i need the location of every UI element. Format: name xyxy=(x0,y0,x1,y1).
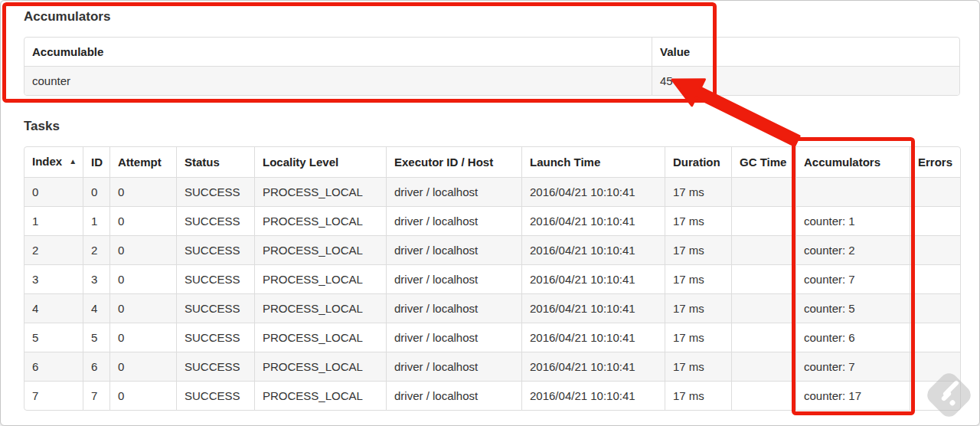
table-cell: SUCCESS xyxy=(176,206,254,235)
table-cell: PROCESS_LOCAL xyxy=(254,352,386,381)
table-cell: 2016/04/21 10:10:41 xyxy=(521,264,665,293)
table-cell: 0 xyxy=(109,293,176,323)
table-cell: counter: 5 xyxy=(795,293,910,323)
table-cell: SUCCESS xyxy=(176,323,254,352)
table-cell: counter: 1 xyxy=(795,206,910,235)
header-row: AccumulableValue xyxy=(24,38,959,66)
table-cell: PROCESS_LOCAL xyxy=(254,381,386,410)
accumulators-table: AccumulableValuecounter45 xyxy=(24,37,960,96)
table-cell: PROCESS_LOCAL xyxy=(254,293,386,323)
table-cell: 17 ms xyxy=(665,177,731,206)
column-header-errors[interactable]: Errors xyxy=(910,147,960,177)
column-header-label: Status xyxy=(185,156,220,169)
table-cell: 0 xyxy=(109,206,176,235)
spark-ui-stage-page: Accumulators AccumulableValuecounter45 T… xyxy=(0,0,980,426)
table-cell: SUCCESS xyxy=(176,352,254,381)
table-cell: 2016/04/21 10:10:41 xyxy=(521,352,665,381)
table-cell: 6 xyxy=(24,352,83,381)
accumulators-section-title: Accumulators xyxy=(24,8,958,25)
column-header-value[interactable]: Value xyxy=(652,38,959,66)
tasks-table: Index▲IDAttemptStatusLocality LevelExecu… xyxy=(24,146,961,411)
column-header-label: Duration xyxy=(673,156,720,169)
table-cell: 4 xyxy=(83,293,109,323)
table-cell: 6 xyxy=(83,352,109,381)
column-header-label: Attempt xyxy=(118,156,162,169)
column-header-gc-time[interactable]: GC Time xyxy=(731,147,795,177)
column-header-locality-level[interactable]: Locality Level xyxy=(254,147,386,177)
table-cell: 4 xyxy=(24,293,83,323)
table-cell xyxy=(910,235,960,264)
table-row: 000SUCCESSPROCESS_LOCALdriver / localhos… xyxy=(24,177,960,206)
table-cell: 7 xyxy=(83,381,109,410)
table-cell: 5 xyxy=(24,323,83,352)
table-cell xyxy=(731,293,795,323)
table-row: 770SUCCESSPROCESS_LOCALdriver / localhos… xyxy=(24,381,960,410)
column-header-id[interactable]: ID xyxy=(83,147,109,177)
table-cell: driver / localhost xyxy=(386,381,521,410)
table-cell: 45 xyxy=(652,66,959,95)
table-cell: SUCCESS xyxy=(176,177,254,206)
table-cell xyxy=(731,264,795,293)
table-cell: PROCESS_LOCAL xyxy=(254,206,386,235)
table-cell: 17 ms xyxy=(665,352,731,381)
table-row: 220SUCCESSPROCESS_LOCALdriver / localhos… xyxy=(24,235,960,264)
table-cell: 2016/04/21 10:10:41 xyxy=(521,381,665,410)
table-cell: 5 xyxy=(83,323,109,352)
table-cell xyxy=(910,352,960,381)
column-header-executor-id-host[interactable]: Executor ID / Host xyxy=(386,147,521,177)
table-cell xyxy=(731,381,795,410)
table-cell: driver / localhost xyxy=(386,264,521,293)
table-cell: SUCCESS xyxy=(176,264,254,293)
table-row: counter45 xyxy=(24,66,959,95)
table-cell xyxy=(910,293,960,323)
table-row: 550SUCCESSPROCESS_LOCALdriver / localhos… xyxy=(24,323,960,352)
table-cell: 2016/04/21 10:10:41 xyxy=(521,206,665,235)
table-cell xyxy=(910,264,960,293)
column-header-label: Errors xyxy=(918,156,952,169)
table-cell: SUCCESS xyxy=(176,381,254,410)
column-header-accumulators[interactable]: Accumulators xyxy=(795,147,910,177)
column-header-launch-time[interactable]: Launch Time xyxy=(521,147,665,177)
table-cell: 0 xyxy=(109,177,176,206)
table-row: 660SUCCESSPROCESS_LOCALdriver / localhos… xyxy=(24,352,960,381)
column-header-status[interactable]: Status xyxy=(176,147,254,177)
table-row: 110SUCCESSPROCESS_LOCALdriver / localhos… xyxy=(24,206,960,235)
table-cell: 3 xyxy=(24,264,83,293)
column-header-duration[interactable]: Duration xyxy=(665,147,731,177)
table-cell xyxy=(910,206,960,235)
table-cell xyxy=(731,177,795,206)
table-cell: PROCESS_LOCAL xyxy=(254,264,386,293)
tasks-section-title: Tasks xyxy=(24,118,958,134)
table-cell: 1 xyxy=(83,206,109,235)
table-cell: 0 xyxy=(109,381,176,410)
table-cell: 0 xyxy=(109,235,176,264)
column-header-label: Accumulable xyxy=(32,45,103,58)
table-cell xyxy=(731,235,795,264)
table-cell xyxy=(731,206,795,235)
table-cell xyxy=(910,177,960,206)
table-cell: 2016/04/21 10:10:41 xyxy=(521,323,665,352)
table-cell xyxy=(910,381,960,410)
table-cell: 17 ms xyxy=(665,264,731,293)
tasks-section: Tasks Index▲IDAttemptStatusLocality Leve… xyxy=(24,118,958,411)
column-header-label: Executor ID / Host xyxy=(394,156,493,169)
table-cell: 17 ms xyxy=(665,206,731,235)
table-cell: driver / localhost xyxy=(386,323,521,352)
table-cell: 17 ms xyxy=(665,323,731,352)
table-cell: PROCESS_LOCAL xyxy=(254,323,386,352)
column-header-label: Value xyxy=(660,45,690,58)
column-header-attempt[interactable]: Attempt xyxy=(109,147,176,177)
table-cell: 1 xyxy=(24,206,83,235)
table-cell: PROCESS_LOCAL xyxy=(254,235,386,264)
sort-ascending-icon: ▲ xyxy=(69,157,77,165)
table-cell: PROCESS_LOCAL xyxy=(254,177,386,206)
column-header-accumulable[interactable]: Accumulable xyxy=(24,38,652,66)
table-cell: 17 ms xyxy=(665,235,731,264)
column-header-index[interactable]: Index▲ xyxy=(24,147,83,177)
accumulators-section: Accumulators AccumulableValuecounter45 xyxy=(24,8,958,96)
table-cell: counter: 17 xyxy=(795,381,910,410)
table-cell xyxy=(795,177,910,206)
table-cell: 2 xyxy=(24,235,83,264)
table-cell: driver / localhost xyxy=(386,177,521,206)
column-header-label: Accumulators xyxy=(804,156,880,169)
